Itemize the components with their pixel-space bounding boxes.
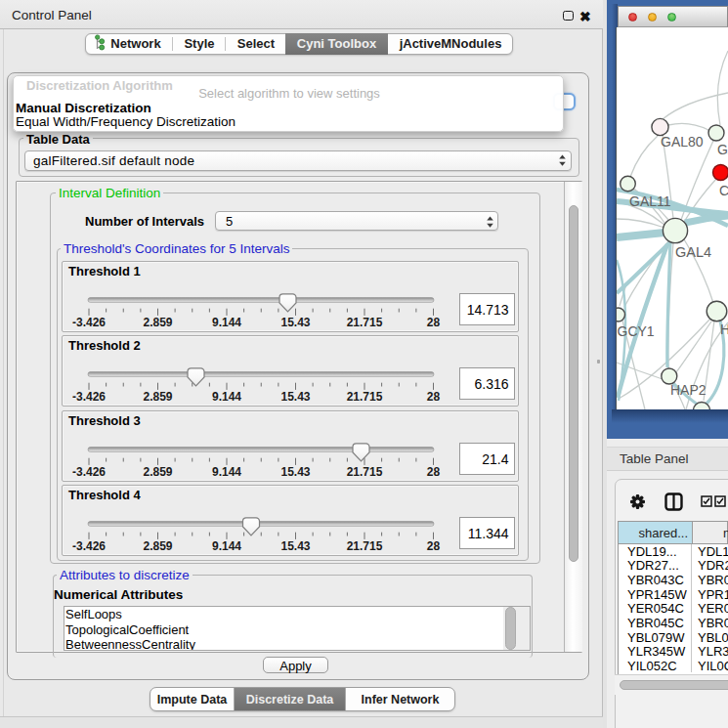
svg-text:28: 28 bbox=[427, 390, 441, 404]
svg-text:9.144: 9.144 bbox=[212, 316, 241, 329]
svg-text:28: 28 bbox=[427, 316, 441, 329]
svg-text:21.715: 21.715 bbox=[347, 539, 383, 553]
svg-text:GCY1: GCY1 bbox=[618, 323, 655, 339]
svg-text:21.715: 21.715 bbox=[347, 316, 383, 329]
svg-text:2.859: 2.859 bbox=[143, 465, 172, 479]
svg-text:GA: GA bbox=[717, 142, 728, 157]
svg-text:GAL4: GAL4 bbox=[675, 244, 711, 260]
svg-text:C: C bbox=[719, 183, 728, 198]
svg-text:-3.426: -3.426 bbox=[72, 465, 106, 479]
svg-text:2.859: 2.859 bbox=[143, 316, 172, 329]
svg-text:15.43: 15.43 bbox=[280, 465, 310, 479]
svg-text:28: 28 bbox=[427, 539, 441, 553]
svg-text:9.144: 9.144 bbox=[212, 539, 241, 553]
svg-text:9.144: 9.144 bbox=[212, 390, 241, 404]
svg-text:9.144: 9.144 bbox=[212, 465, 241, 479]
svg-text:GAL11: GAL11 bbox=[629, 193, 671, 209]
svg-text:HI: HI bbox=[720, 321, 728, 337]
svg-text:28: 28 bbox=[427, 465, 441, 479]
svg-text:2.859: 2.859 bbox=[143, 390, 172, 404]
svg-text:HAP2: HAP2 bbox=[670, 382, 707, 398]
svg-text:15.43: 15.43 bbox=[280, 539, 310, 553]
svg-text:2.859: 2.859 bbox=[143, 539, 172, 553]
svg-text:-3.426: -3.426 bbox=[72, 390, 106, 404]
svg-text:GAL80: GAL80 bbox=[661, 134, 704, 150]
svg-text:21.715: 21.715 bbox=[347, 390, 383, 404]
svg-text:-3.426: -3.426 bbox=[72, 539, 106, 553]
svg-text:21.715: 21.715 bbox=[347, 465, 383, 479]
svg-text:15.43: 15.43 bbox=[280, 390, 310, 404]
svg-text:-3.426: -3.426 bbox=[72, 316, 106, 329]
svg-text:15.43: 15.43 bbox=[280, 316, 310, 329]
